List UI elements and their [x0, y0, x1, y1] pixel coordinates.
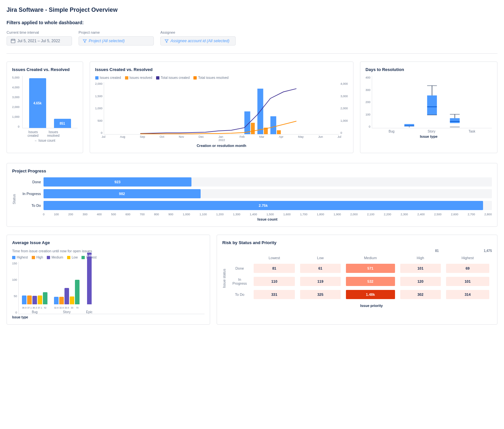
story-val-medium: 33.5: [64, 307, 69, 309]
cell-todo-lowest: 331: [254, 290, 295, 299]
progress-row-todo: To Do 2.75k: [18, 201, 492, 210]
project-name-input[interactable]: Project (All selected): [79, 36, 154, 45]
bug-val-low: 37.1: [38, 307, 42, 309]
col-high: High: [398, 254, 443, 262]
project-progress-title: Project Progress: [12, 169, 492, 173]
assignee-input[interactable]: Assignee account id (All selected): [160, 36, 236, 45]
avg-age-legend: Highest High Medium Low Lowest: [12, 256, 205, 259]
cell-done-high: 101: [400, 264, 441, 273]
risk-row-done: Done 81 61 571 101 69: [228, 262, 492, 275]
risk-chart-wrap: Issue status 81 1,475 Lowest: [222, 249, 492, 308]
svg-rect-12: [427, 96, 437, 115]
progress-label-done: Done: [18, 180, 41, 184]
bug-val-high: 37.1: [27, 307, 32, 309]
avg-age-story-group: 32.6 32.6 33.5 33: [54, 280, 80, 314]
avg-issue-age-card: Average Issue Age Time from issue creati…: [7, 235, 210, 325]
col-totals-row: 81 1,475: [251, 249, 492, 253]
project-progress-card: Project Progress Status Done 923 In Prog…: [7, 163, 497, 227]
story-bar-low: 33: [70, 296, 74, 304]
legend-issues-created: Issues created: [95, 76, 121, 80]
box-plot-svg: [372, 76, 492, 128]
svg-rect-3: [270, 116, 276, 134]
risk-heatmap-area: 81 1,475 Lowest Low Medium High Highest: [228, 249, 492, 308]
assignee-group: Assignee Assignee account id (All select…: [160, 30, 236, 45]
story-bar-medium: 33.5: [64, 288, 69, 304]
story-val-high: 32.6: [59, 307, 64, 309]
bottom-charts-row: Average Issue Age Time from issue creati…: [7, 235, 497, 325]
legend-medium: Medium: [47, 256, 63, 259]
filter-icon-2: [165, 39, 169, 43]
cell-inprogress-low: 119: [300, 277, 341, 286]
heatmap-corner: [228, 254, 251, 262]
risk-x-axis-label: Issue priority: [251, 304, 492, 308]
cell-inprogress-high: 120: [400, 277, 441, 286]
project-name-group: Project name Project (All selected): [79, 30, 154, 45]
legend-dot-low: [67, 256, 70, 259]
legend-total-created: Total issues created: [156, 76, 189, 80]
story-val-low: 33: [71, 307, 73, 309]
progress-bar-todo: 2.75k: [44, 201, 483, 210]
svg-rect-6: [277, 130, 281, 134]
legend-dot-highest: [12, 256, 15, 259]
cell-todo-low: 325: [300, 290, 341, 299]
cell-done-low: 61: [300, 264, 341, 273]
box-x-label-task: Task: [469, 130, 476, 133]
cell-todo-high: 302: [400, 290, 441, 299]
story-val-lowest: 70: [76, 307, 79, 309]
time-interval-label: Current time interval: [7, 30, 72, 34]
time-interval-group: Current time interval Jul 5, 2021 – Jul …: [7, 30, 72, 45]
y-axis-ticks: 5,0004,0003,0002,0001,0000: [12, 76, 21, 128]
epic-bars: 148: [87, 253, 92, 304]
risk-y-axis-label: Issue status: [222, 249, 226, 308]
x-axis-labels-combo: JulAugSepOctNovDecJan2022FebMarAprMayJun…: [102, 135, 341, 142]
svg-rect-17: [450, 118, 460, 123]
x-axis-title-combo: Creation or resolution month: [95, 144, 348, 148]
legend-issues-resolved: Issues resolved: [125, 76, 152, 80]
combo-chart-wrap: 2,0001,5001,0005000 4,0003,0002,0001,000…: [95, 82, 348, 134]
y-axis-box: 4003002001000: [366, 76, 372, 128]
cell-todo-medium: 1.48k: [346, 290, 395, 299]
box-plot-wrap: 4003002001000: [366, 76, 492, 128]
days-to-resolution-card: Days to Resolution 4003002001000: [360, 62, 497, 153]
col-highest: Highest: [443, 254, 492, 262]
combo-chart-svg: [104, 82, 339, 134]
progress-row-inprogress: In Progress 982: [18, 189, 492, 198]
risk-row-inprogress: In Progress 110 119 532 120 101: [228, 275, 492, 288]
cell-todo-highest: 314: [446, 290, 489, 299]
col-low: Low: [297, 254, 343, 262]
col-medium: Medium: [343, 254, 398, 262]
bug-bar-low: 37.1: [38, 295, 42, 304]
story-val-highest: 32.6: [54, 307, 59, 309]
filters-row: Current time interval Jul 5, 2021 – Jul …: [7, 30, 497, 45]
avg-age-y-ticks: 150100500: [12, 262, 18, 314]
avg-age-bars-area: 36.9 37.1 36.3 37.1: [18, 262, 205, 314]
project-name-label: Project name: [79, 30, 154, 34]
progress-bar-inprogress: 982: [44, 189, 201, 198]
filters-section: Filters applied to whole dashboard: Curr…: [7, 20, 497, 45]
progress-x-ticks: 01002003004005006007008009001,0001,1001,…: [43, 213, 492, 216]
progress-y-axis-label: Status: [12, 194, 16, 204]
avg-age-bug-group: 36.9 37.1 36.3 37.1: [22, 292, 47, 314]
time-interval-input[interactable]: Jul 5, 2021 – Jul 5, 2022: [7, 36, 72, 45]
progress-bar-done: 923: [44, 177, 191, 187]
section-divider: [7, 53, 497, 54]
cell-inprogress-highest: 101: [446, 277, 489, 286]
legend-dot-high: [32, 256, 35, 259]
legend-dot-resolved: [125, 76, 128, 80]
issues-created-resolved-bar-title: Issues Created vs. Resolved: [12, 67, 78, 72]
days-to-resolution-title: Days to Resolution: [366, 67, 492, 72]
legend-dot-total-resolved: [193, 76, 197, 80]
progress-chart-wrap: Status Done 923 In Progress 982 To Do 2.…: [12, 177, 492, 221]
cell-inprogress-lowest: 110: [254, 277, 295, 286]
progress-label-todo: To Do: [18, 204, 41, 207]
y-axis-left: 2,0001,5001,0005000: [95, 82, 104, 134]
bug-bars: 36.9 37.1 36.3 37.1: [22, 292, 47, 304]
bug-bar-highest: 36.9: [22, 295, 27, 304]
top-charts-row: Issues Created vs. Resolved 5,0004,0003,…: [7, 62, 497, 153]
bug-bar-high: 37.1: [27, 295, 32, 304]
story-bar-high: 32.6: [59, 297, 64, 304]
svg-rect-0: [11, 39, 15, 43]
bar-chart-area: 4.65k 851: [22, 76, 78, 128]
epic-group-label: Epic: [86, 310, 92, 314]
col-total-overall: 1,475: [479, 249, 492, 253]
